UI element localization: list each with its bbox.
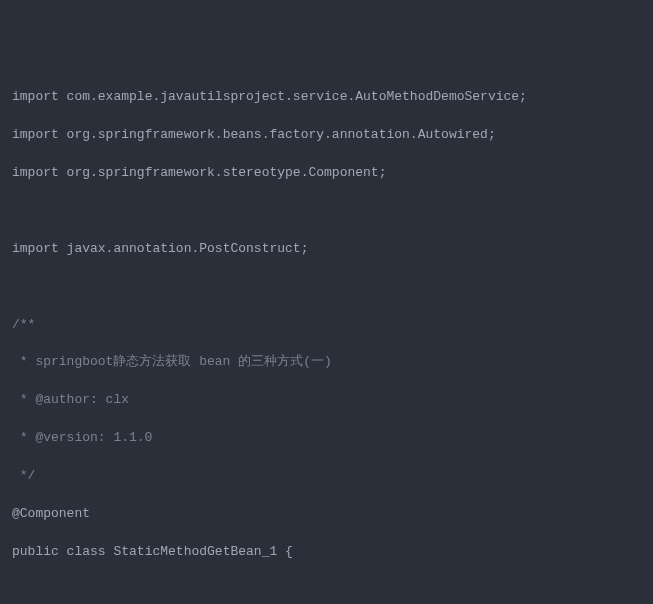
code-block: { "lines": { "l1_import": "import", "l1_… [0, 0, 653, 604]
import-keyword: import [12, 127, 59, 142]
class-keywords: public class [12, 544, 106, 559]
class-name: StaticMethodGetBean_1 { [106, 544, 293, 559]
import-keyword: import [12, 241, 59, 256]
blank-line [12, 278, 641, 297]
code-line: import org.springframework.beans.factory… [12, 126, 641, 145]
comment-line: /** [12, 316, 641, 335]
package-path: com.example.javautilsproject.service.Aut… [59, 89, 527, 104]
blank-line [12, 202, 641, 221]
package-path: org.springframework.stereotype.Component… [59, 165, 387, 180]
comment-line: * @author: clx [12, 391, 641, 410]
code-line: import com.example.javautilsproject.serv… [12, 88, 641, 107]
comment-line: */ [12, 467, 641, 486]
package-path: org.springframework.beans.factory.annota… [59, 127, 496, 142]
annotation-line: @Component [12, 505, 641, 524]
package-path: javax.annotation.PostConstruct; [59, 241, 309, 256]
code-line: import javax.annotation.PostConstruct; [12, 240, 641, 259]
code-line: import org.springframework.stereotype.Co… [12, 164, 641, 183]
class-declaration: public class StaticMethodGetBean_1 { [12, 543, 641, 562]
import-keyword: import [12, 89, 59, 104]
comment-line: * @version: 1.1.0 [12, 429, 641, 448]
blank-line [12, 581, 641, 600]
comment-line: * springboot静态方法获取 bean 的三种方式(一) [12, 353, 641, 372]
import-keyword: import [12, 165, 59, 180]
